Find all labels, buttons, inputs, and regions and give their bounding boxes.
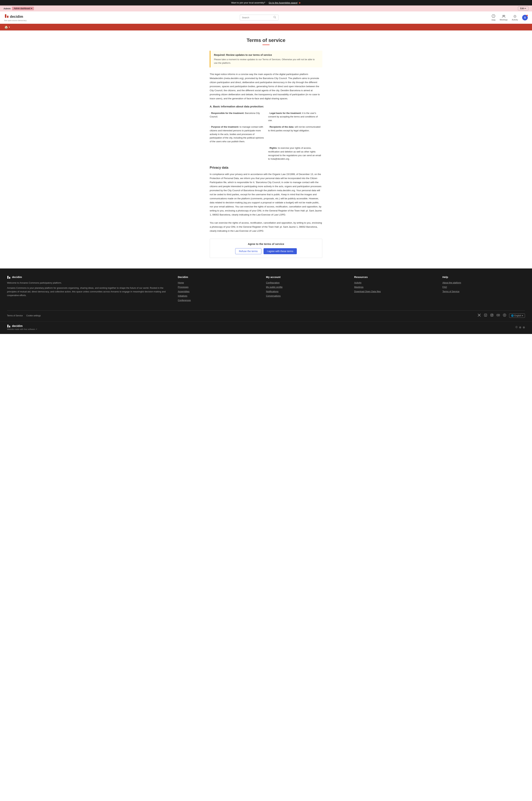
- nav-meetings[interactable]: Meetings: [500, 15, 508, 21]
- logo-icon: [4, 14, 9, 20]
- agree-button-group: Refuse the terms I agree with these term…: [213, 248, 319, 254]
- refuse-terms-button[interactable]: Refuse the terms: [235, 248, 262, 254]
- footer-link-initiatives[interactable]: Initiatives: [178, 295, 260, 297]
- nav-activity[interactable]: Activity: [512, 15, 518, 21]
- footer-brand-name: decidim: [7, 276, 172, 279]
- footer-col-account: My account Configuration My public profi…: [266, 276, 348, 303]
- sa-icon: ⊗: [523, 326, 525, 329]
- footer-description: Annares Commons is your planetary platfo…: [7, 286, 172, 297]
- footer-link-activity[interactable]: Activity: [354, 281, 437, 284]
- search-input[interactable]: [242, 16, 272, 19]
- footer-link-assemblies[interactable]: Assemblies: [178, 290, 260, 293]
- footer-link-public-profile[interactable]: My public profile: [266, 286, 348, 288]
- search-icon: [273, 16, 276, 19]
- svg-marker-16: [498, 315, 499, 316]
- svg-text:f: f: [485, 314, 486, 316]
- social-icons: f: [477, 313, 525, 318]
- nav-help[interactable]: ? Help: [492, 14, 496, 21]
- agree-title: Agree to the terms of service: [213, 242, 319, 245]
- nav-help-label: Help: [492, 19, 496, 21]
- dp-item-rights: ◦ Rights: to exercise your rights of acc…: [268, 146, 322, 161]
- admin-label: Admin: [3, 7, 11, 10]
- svg-rect-9: [9, 277, 10, 279]
- footer-col-decidim: Decidim Home Processes Assemblies Initia…: [178, 276, 260, 303]
- footer-logo-row: decidim Website made with free software …: [0, 321, 532, 334]
- notification-dot: [526, 15, 528, 16]
- footer-grid: decidim Welcome to Annares Commons parti…: [7, 276, 525, 303]
- site-header: decidim free open-source democracy ? Hel…: [0, 12, 532, 24]
- agree-terms-button[interactable]: I agree with these terms: [264, 248, 297, 254]
- twitter-icon[interactable]: [477, 313, 481, 318]
- footer-cookies-link[interactable]: Cookie settings: [26, 314, 41, 317]
- footer-col-account-title: My account: [266, 276, 348, 279]
- svg-rect-19: [7, 324, 8, 328]
- admin-bar: Admin Admin dashboard ▾ Edit ✏: [0, 5, 532, 12]
- youtube-icon[interactable]: [496, 313, 500, 318]
- footer-link-notifications[interactable]: Notifications: [266, 290, 348, 293]
- github-icon[interactable]: [503, 313, 506, 318]
- admin-dashboard-button[interactable]: Admin dashboard ▾: [12, 7, 34, 10]
- svg-text:?: ?: [493, 15, 494, 17]
- svg-point-7: [504, 15, 505, 16]
- footer-license-icons: © ⊕ ⊗: [515, 326, 525, 329]
- activity-icon: [513, 15, 517, 19]
- svg-point-14: [492, 314, 493, 315]
- alert-title: Required: Review updates to our terms of…: [214, 54, 319, 56]
- dp-item-empty: [210, 146, 264, 161]
- footer-link-tos[interactable]: Terms of Service: [442, 290, 525, 293]
- language-selector[interactable]: 🌐 English ▾: [509, 314, 525, 318]
- meetings-icon: [502, 15, 506, 19]
- arrow-icon: ▶: [299, 1, 301, 4]
- site-logo[interactable]: decidim free open-source democracy: [4, 14, 26, 21]
- svg-rect-8: [7, 276, 8, 279]
- footer-col-help: Help About the platform FAQ Terms of Ser…: [442, 276, 525, 303]
- footer-link-meetings[interactable]: Meetings: [354, 286, 437, 288]
- instagram-icon[interactable]: [490, 313, 494, 318]
- footer-link-about[interactable]: About the platform: [442, 281, 525, 284]
- footer-link-conferences[interactable]: Conferences: [178, 299, 260, 302]
- by-icon: ⊕: [519, 326, 521, 329]
- assemblies-link[interactable]: Go to the Assemblies space!: [269, 1, 298, 4]
- privacy-title: Privacy data: [210, 166, 322, 169]
- search-bar[interactable]: [240, 15, 279, 20]
- intro-paragraph: This legal notice informs in a concise w…: [210, 72, 322, 101]
- page-title: Terms of service: [210, 37, 322, 43]
- dp-item-legal-basis: ◦ Legal basis for the treatment: it is t…: [268, 111, 322, 122]
- alert-text: Please take a moment to review updates t…: [214, 58, 319, 64]
- footer-link-processes[interactable]: Processes: [178, 286, 260, 288]
- svg-point-6: [502, 15, 504, 16]
- footer-link-home[interactable]: Home: [178, 281, 260, 284]
- top-announcement-bar: Want to join your local assembly? · Go t…: [0, 0, 532, 5]
- svg-point-18: [504, 314, 505, 315]
- announcement-text: Want to join your local assembly?: [231, 1, 265, 4]
- dp-bullet-5: ◦: [268, 147, 269, 149]
- footer-col-help-title: Help: [442, 276, 525, 279]
- footer-link-download-data[interactable]: Download Open Data files: [354, 290, 437, 293]
- site-footer: decidim Welcome to Annares Commons parti…: [0, 268, 532, 321]
- footer-link-conversations[interactable]: Conversations: [266, 295, 348, 297]
- user-avatar[interactable]: S: [522, 15, 528, 20]
- footer-link-configuration[interactable]: Configuration: [266, 281, 348, 284]
- facebook-icon[interactable]: f: [484, 313, 487, 318]
- home-icon: 🏠: [4, 25, 8, 29]
- footer-tos-link[interactable]: Terms of Service: [7, 314, 23, 317]
- footer-col-resources-title: Resources: [354, 276, 437, 279]
- terms-agree-box: Agree to the terms of service Refuse the…: [210, 239, 322, 258]
- section-a-title: A. Basic information about data protecti…: [210, 105, 322, 108]
- footer-col-decidim-title: Decidim: [178, 276, 260, 279]
- privacy-paragraph-2: You can exercise the rights of access, r…: [210, 221, 322, 233]
- footer-brand: decidim Welcome to Annares Commons parti…: [7, 276, 172, 303]
- dp-rights-email[interactable]: hola@decidim.org: [270, 157, 289, 160]
- edit-button[interactable]: Edit ✏: [518, 6, 529, 11]
- header-nav: ? Help Meetings Activity: [492, 14, 528, 21]
- data-protection-grid: ◦ Responsible for the treatment: Barcelo…: [210, 111, 322, 161]
- dp-recipients-title: Recipients of the data:: [269, 126, 294, 128]
- svg-rect-20: [9, 326, 10, 328]
- logo-name: decidim: [10, 15, 23, 19]
- cc-icon: ©: [515, 326, 517, 329]
- footer-link-faq[interactable]: FAQ: [442, 286, 525, 288]
- svg-line-3: [275, 18, 276, 18]
- footer-tagline: Website made with free software ↗: [7, 328, 37, 331]
- svg-rect-1: [7, 16, 8, 18]
- home-button[interactable]: 🏠 ▾: [4, 25, 10, 29]
